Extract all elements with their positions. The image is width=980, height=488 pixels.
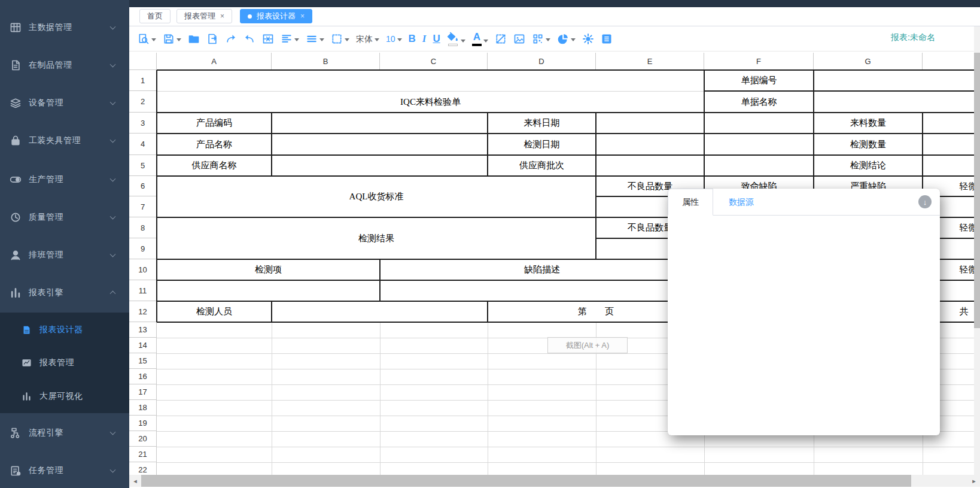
dropdown-caret-icon[interactable] — [151, 38, 156, 41]
spreadsheet-cell-D4[interactable]: 检测日期 — [489, 135, 595, 154]
row-header-21[interactable]: 21 — [129, 447, 157, 462]
row-header-8[interactable]: 8 — [129, 217, 157, 238]
settings-button[interactable] — [581, 32, 595, 46]
dropdown-caret-icon[interactable] — [546, 38, 550, 41]
sidebar-item-质量管理[interactable]: 质量管理 — [0, 205, 129, 229]
column-header-G[interactable]: G — [814, 53, 923, 70]
underline-button[interactable]: U — [431, 32, 441, 46]
data-list-button[interactable] — [599, 32, 614, 46]
preview-button[interactable] — [136, 32, 157, 46]
diagonal-cell-button[interactable] — [494, 32, 508, 46]
spreadsheet-cell-C10[interactable]: 缺陷描述 — [381, 260, 703, 279]
dropdown-caret-icon[interactable] — [397, 38, 402, 41]
redo-button[interactable] — [224, 32, 238, 46]
dropdown-caret-icon[interactable] — [461, 40, 465, 43]
column-header-H[interactable]: H — [923, 53, 980, 70]
row-header-13[interactable]: 13 — [129, 322, 157, 338]
export-button[interactable] — [205, 32, 220, 46]
row-header-9[interactable]: 9 — [129, 238, 157, 259]
sidebar-item-流程引擎[interactable]: 流程引擎 — [0, 421, 129, 445]
row-header-5[interactable]: 5 — [129, 155, 157, 176]
sidebar-item-任务管理[interactable]: 任务管理 — [0, 459, 129, 483]
spreadsheet-cell-D3[interactable]: 来料日期 — [489, 114, 595, 132]
row-header-10[interactable]: 10 — [129, 259, 157, 280]
row-header-15[interactable]: 15 — [129, 353, 157, 369]
close-icon[interactable]: × — [300, 13, 305, 20]
sidebar-item-设备管理[interactable]: 设备管理 — [0, 91, 129, 115]
spreadsheet-cell-G3[interactable]: 来料数量 — [815, 114, 921, 132]
dropdown-caret-icon[interactable] — [345, 38, 349, 41]
sidebar-item-主数据管理[interactable]: 主数据管理 — [0, 16, 129, 40]
tab-报表设计器[interactable]: 报表设计器× — [240, 9, 312, 23]
sidebar-item-报表引擎[interactable]: 报表引擎 — [0, 281, 129, 305]
spreadsheet-cell-A2[interactable]: IQC来料检验单 — [158, 92, 703, 111]
dropdown-caret-icon[interactable] — [375, 38, 379, 41]
column-header-F[interactable]: F — [704, 53, 814, 70]
spreadsheet-cell-A4[interactable]: 产品名称 — [158, 135, 270, 154]
tab-报表管理[interactable]: 报表管理× — [176, 9, 232, 23]
qrcode-button[interactable] — [531, 32, 552, 46]
font-color-button[interactable]: A — [471, 30, 489, 47]
spreadsheet-cell-F1[interactable]: 单据编号 — [705, 71, 812, 90]
spreadsheet-cell-A8[interactable]: 检测结果 — [158, 219, 595, 258]
fill-color-button[interactable] — [446, 30, 467, 47]
column-header-C[interactable]: C — [380, 53, 488, 70]
line-weight-button[interactable] — [305, 32, 325, 46]
sidebar-subitem-报表设计器[interactable]: 报表设计器 — [0, 318, 129, 342]
spreadsheet-cell-G4[interactable]: 检测数量 — [815, 135, 921, 154]
open-button[interactable] — [187, 32, 201, 46]
sidebar-item-在制品管理[interactable]: 在制品管理 — [0, 53, 129, 77]
horizontal-scrollbar[interactable]: ◂ ▸ — [129, 475, 980, 487]
close-icon[interactable]: × — [220, 13, 224, 20]
spreadsheet-cell-A3[interactable]: 产品编码 — [158, 114, 270, 132]
row-header-6[interactable]: 6 — [129, 176, 157, 196]
spreadsheet-cell-D5[interactable]: 供应商批次 — [489, 156, 595, 175]
align-button[interactable] — [279, 32, 300, 46]
row-header-1[interactable]: 1 — [129, 70, 157, 91]
row-header-11[interactable]: 11 — [129, 280, 157, 301]
column-header-B[interactable]: B — [272, 53, 380, 70]
row-header-14[interactable]: 14 — [129, 338, 157, 353]
scroll-right-arrow-icon[interactable]: ▸ — [968, 475, 980, 487]
row-header-19[interactable]: 19 — [129, 416, 157, 431]
tab-properties[interactable]: 属性 — [668, 189, 713, 216]
merge-cells-button[interactable] — [261, 32, 275, 46]
row-header-3[interactable]: 3 — [129, 113, 157, 134]
spreadsheet-cell-A12[interactable]: 检测人员 — [158, 302, 270, 321]
row-header-17[interactable]: 17 — [129, 384, 157, 400]
column-header-D[interactable]: D — [488, 53, 596, 70]
row-header-12[interactable]: 12 — [129, 301, 157, 322]
chart-button[interactable] — [556, 32, 577, 46]
italic-button[interactable]: I — [421, 32, 428, 46]
dropdown-caret-icon[interactable] — [571, 38, 576, 41]
row-header-18[interactable]: 18 — [129, 400, 157, 416]
dropdown-caret-icon[interactable] — [483, 40, 488, 43]
horizontal-scrollbar-thumb[interactable] — [141, 475, 911, 487]
tab-datasource[interactable]: 数据源 — [720, 189, 762, 216]
column-header-A[interactable]: A — [157, 53, 272, 70]
undo-button[interactable] — [242, 32, 257, 46]
dropdown-caret-icon[interactable] — [176, 38, 181, 41]
spreadsheet-cell-A10[interactable]: 检测项 — [158, 260, 379, 279]
sidebar-item-排班管理[interactable]: 排班管理 — [0, 243, 129, 267]
corner-header[interactable] — [129, 53, 157, 70]
sidebar-item-生产管理[interactable]: 生产管理 — [0, 168, 129, 192]
sidebar-subitem-报表管理[interactable]: 报表管理 — [0, 351, 129, 375]
save-button[interactable] — [162, 32, 182, 46]
row-header-2[interactable]: 2 — [129, 91, 157, 113]
spreadsheet-cell-A5[interactable]: 供应商名称 — [158, 156, 270, 175]
tab-首页[interactable]: 首页 — [139, 9, 171, 23]
dropdown-caret-icon[interactable] — [319, 38, 324, 41]
bold-button[interactable]: B — [407, 32, 417, 46]
vertical-scrollbar[interactable] — [974, 26, 980, 475]
column-header-E[interactable]: E — [596, 53, 704, 70]
font-family-select[interactable]: 宋体 — [355, 32, 381, 46]
row-header-16[interactable]: 16 — [129, 369, 157, 384]
row-header-7[interactable]: 7 — [129, 196, 157, 217]
sidebar-subitem-大屏可视化[interactable]: 大屏可视化 — [0, 384, 129, 408]
insert-image-button[interactable] — [512, 32, 526, 46]
dropdown-caret-icon[interactable] — [294, 38, 299, 41]
spreadsheet-cell-F2[interactable]: 单据名称 — [705, 92, 812, 111]
spreadsheet-cell-A6[interactable]: AQL收货标准 — [158, 177, 595, 216]
panel-collapse-button[interactable]: ↓ — [918, 195, 932, 208]
